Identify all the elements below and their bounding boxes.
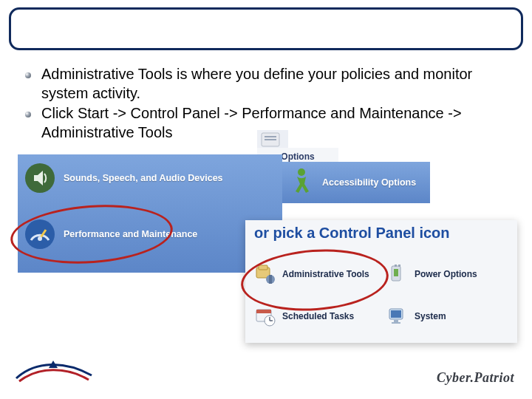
panel-item-system[interactable]: System xyxy=(386,298,508,334)
panel-heading: or pick a Control Panel icon xyxy=(254,225,450,242)
options-text: Options xyxy=(281,151,314,162)
title-box xyxy=(9,7,523,50)
svg-rect-1 xyxy=(265,136,276,137)
category-performance-label: Performance and Maintenance xyxy=(64,229,197,239)
panel-item-admin-tools[interactable]: Administrative Tools xyxy=(254,256,376,292)
control-panel-categories-left: Sounds, Speech, and Audio Devices Perfor… xyxy=(18,154,282,273)
accessibility-icon xyxy=(287,166,316,199)
svg-rect-24 xyxy=(392,322,400,324)
panel-grid: Administrative Tools Power Options Sched… xyxy=(254,256,508,334)
svg-rect-17 xyxy=(256,310,271,313)
control-panel-icon-picker: or pick a Control Panel icon Administrat… xyxy=(245,220,517,343)
bullet-text: Administrative Tools is where you define… xyxy=(41,66,472,101)
panel-item-power-options[interactable]: Power Options xyxy=(386,256,508,292)
svg-rect-9 xyxy=(259,265,267,270)
svg-rect-22 xyxy=(391,310,401,318)
category-accessibility[interactable]: Accessibility Options xyxy=(282,162,430,203)
svg-rect-2 xyxy=(265,139,276,140)
svg-rect-15 xyxy=(398,265,400,267)
panel-item-label: System xyxy=(415,311,446,321)
category-sounds-label: Sounds, Speech, and Audio Devices xyxy=(64,173,223,183)
cyberpatriot-brand: Cyber.Patriot xyxy=(437,370,514,386)
options-icon-fragment xyxy=(257,130,288,149)
category-accessibility-label: Accessibility Options xyxy=(322,177,416,188)
power-options-icon xyxy=(386,263,409,285)
panel-item-label: Administrative Tools xyxy=(282,269,369,279)
svg-point-7 xyxy=(298,168,305,176)
gauge-icon xyxy=(24,218,56,250)
panel-item-label: Scheduled Tasks xyxy=(282,311,354,321)
afa-logo xyxy=(13,356,95,389)
system-icon xyxy=(386,305,409,327)
svg-rect-11 xyxy=(269,275,272,284)
admin-tools-icon xyxy=(254,263,276,285)
bullet-text: Click Start -> Control Panel -> Performa… xyxy=(41,105,462,140)
svg-rect-14 xyxy=(395,265,397,267)
svg-rect-23 xyxy=(394,320,398,322)
category-performance[interactable]: Performance and Maintenance xyxy=(24,218,197,250)
category-sounds[interactable]: Sounds, Speech, and Audio Devices xyxy=(24,162,223,194)
slide: Administrative Tools is where you define… xyxy=(0,0,532,399)
svg-point-6 xyxy=(38,236,42,241)
panel-item-scheduled-tasks[interactable]: Scheduled Tasks xyxy=(254,298,376,334)
speaker-icon xyxy=(24,162,56,194)
scheduled-tasks-icon xyxy=(254,305,276,327)
svg-rect-13 xyxy=(394,269,398,276)
bullet-item: Administrative Tools is where you define… xyxy=(25,65,513,103)
panel-item-label: Power Options xyxy=(415,269,477,279)
